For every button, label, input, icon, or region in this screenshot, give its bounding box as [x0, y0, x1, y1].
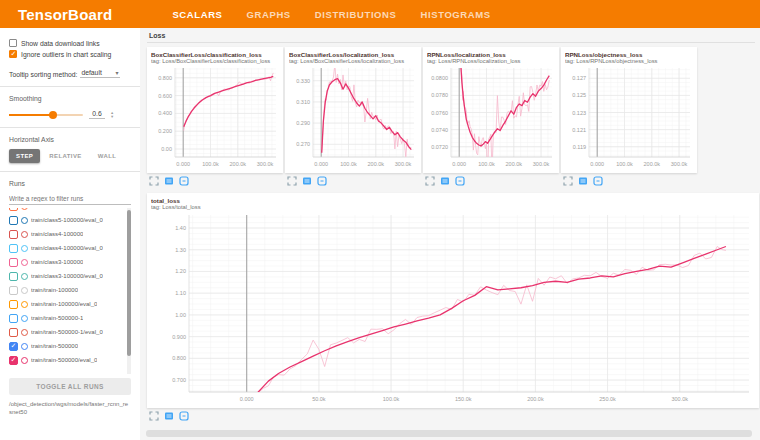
run-row: train/class4-100000 [9, 227, 125, 241]
pin-card-icon[interactable] [164, 176, 174, 186]
run-checkbox[interactable] [9, 328, 18, 337]
run-name: train/train-500000/eval_0 [31, 357, 97, 363]
chevron-down-icon: ▾ [115, 69, 118, 76]
run-name: train/class3-100000 [31, 259, 83, 265]
run-checkbox[interactable] [9, 258, 18, 267]
expand-card-icon[interactable] [287, 176, 297, 186]
run-checkbox-checked[interactable] [9, 342, 18, 351]
run-row: train/train-100000 [9, 283, 125, 297]
expand-card-icon[interactable] [149, 176, 159, 186]
runs-list: train/class5-100000train/class5-100000/e… [9, 208, 131, 374]
fit-domain-icon[interactable] [179, 411, 189, 421]
toggle-all-runs-button[interactable]: TOGGLE ALL RUNS [9, 378, 131, 395]
run-color-icon [21, 357, 28, 364]
smoothing-slider[interactable] [9, 114, 83, 116]
chart-card[interactable]: RPNLoss/objectness_losstag: Loss/RPNLoss… [561, 47, 697, 173]
run-row: train/class3-100000 [9, 255, 125, 269]
tooltip-sorting-row: Tooltip sorting method: default ▾ [9, 68, 131, 78]
horizontal-scrollbar[interactable] [146, 430, 752, 437]
chart-footer-icons [287, 176, 421, 186]
run-checkbox[interactable] [9, 230, 18, 239]
chart-title: BoxClassifierLoss/classification_loss [151, 51, 279, 58]
run-checkbox-checked[interactable] [9, 356, 18, 365]
stepper-down-icon[interactable]: ▾ [111, 115, 113, 119]
scalars-dashboard: Loss BoxClassifierLoss/classification_lo… [140, 28, 760, 440]
smoothing-stepper[interactable]: ▴▾ [111, 111, 113, 119]
run-checkbox[interactable] [9, 272, 18, 281]
runs-scrollbar-thumb[interactable] [127, 210, 131, 356]
divider [0, 171, 140, 172]
app-header: TensorBoard SCALARSGRAPHSDISTRIBUTIONSHI… [0, 0, 760, 28]
tooltip-sorting-select[interactable]: default ▾ [80, 68, 120, 78]
chart-card[interactable]: BoxClassifierLoss/localization_losstag: … [285, 47, 421, 173]
svg-text:0.0800: 0.0800 [431, 75, 448, 81]
svg-text:0.127: 0.127 [572, 75, 586, 81]
run-checkbox[interactable] [9, 300, 18, 309]
axis-button-step[interactable]: STEP [9, 149, 40, 163]
run-color-icon [21, 315, 28, 322]
svg-text:0.121: 0.121 [572, 127, 586, 133]
fit-domain-icon[interactable] [593, 176, 603, 186]
run-checkbox[interactable] [9, 208, 18, 211]
axis-button-relative[interactable]: RELATIVE [42, 149, 88, 163]
nav-tabs: SCALARSGRAPHSDISTRIBUTIONSHISTOGRAMS [172, 9, 490, 20]
svg-text:0.000: 0.000 [314, 161, 328, 167]
total-loss-plot: 1.401.301.201.101.000.9000.8000.7000.000… [151, 211, 753, 403]
section-header-loss[interactable]: Loss [147, 30, 755, 43]
run-color-icon [21, 329, 28, 336]
tab-distributions[interactable]: DISTRIBUTIONS [315, 9, 397, 20]
svg-text:0.200: 0.200 [158, 128, 172, 134]
pin-card-icon[interactable] [164, 411, 174, 421]
fit-domain-icon[interactable] [317, 176, 327, 186]
checked-checkbox[interactable] [9, 50, 17, 58]
fit-domain-icon[interactable] [455, 176, 465, 186]
chart-card[interactable]: RPNLoss/localization_losstag: Loss/RPNLo… [423, 47, 559, 173]
svg-text:1.10: 1.10 [175, 290, 186, 296]
small-charts-row: BoxClassifierLoss/classification_losstag… [147, 47, 760, 186]
svg-text:200.0k: 200.0k [644, 161, 661, 167]
axis-button-wall[interactable]: WALL [91, 149, 124, 163]
pin-card-icon[interactable] [302, 176, 312, 186]
tab-graphs[interactable]: GRAPHS [247, 9, 291, 20]
rpn-objectness-loss-plot: 0.1270.1250.1230.1210.1190.000100.0k200.… [565, 65, 693, 168]
chart-footer-icons [149, 411, 759, 421]
run-checkbox[interactable] [9, 216, 18, 225]
svg-text:300.0k: 300.0k [671, 161, 688, 167]
chart-card[interactable]: BoxClassifierLoss/classification_losstag… [147, 47, 283, 173]
svg-text:200.0k: 200.0k [506, 161, 523, 167]
page-body: Show data download linksIgnore outliers … [0, 28, 760, 440]
tab-histograms[interactable]: HISTOGRAMS [421, 9, 491, 20]
svg-text:0.0740: 0.0740 [431, 127, 448, 133]
fit-domain-icon[interactable] [179, 176, 189, 186]
unchecked-checkbox[interactable] [9, 39, 17, 47]
tab-scalars[interactable]: SCALARS [172, 9, 222, 20]
pin-card-icon[interactable] [578, 176, 588, 186]
horizontal-axis-buttons: STEPRELATIVEWALL [9, 149, 131, 163]
run-checkbox[interactable] [9, 286, 18, 295]
chart-box-classifier-classification-loss: BoxClassifierLoss/classification_losstag… [147, 47, 283, 186]
expand-card-icon[interactable] [425, 176, 435, 186]
chart-card[interactable]: total_losstag: Loss/total_loss1.401.301.… [147, 193, 759, 408]
box-classifier-localization-loss-plot: 0.3300.3100.2900.2700.000100.0k200.0k300… [289, 65, 417, 168]
svg-text:0.800: 0.800 [158, 75, 172, 81]
svg-text:300.0k: 300.0k [257, 161, 274, 167]
expand-card-icon[interactable] [149, 411, 159, 421]
run-checkbox[interactable] [9, 314, 18, 323]
svg-text:0.900: 0.900 [172, 334, 186, 340]
svg-text:0.310: 0.310 [296, 99, 310, 105]
run-color-icon [21, 273, 28, 280]
svg-text:0.0760: 0.0760 [431, 110, 448, 116]
svg-text:0.400: 0.400 [158, 110, 172, 116]
run-row: train/class5-100000/eval_0 [9, 213, 125, 227]
svg-text:1.40: 1.40 [175, 225, 186, 231]
run-checkbox[interactable] [9, 244, 18, 253]
svg-text:0.290: 0.290 [296, 120, 310, 126]
smoothing-slider-thumb[interactable] [49, 111, 57, 119]
expand-card-icon[interactable] [563, 176, 573, 186]
runs-filter-input[interactable] [9, 193, 131, 205]
run-color-icon [21, 231, 28, 238]
runs-scrollbar[interactable] [127, 208, 131, 374]
pin-card-icon[interactable] [440, 176, 450, 186]
svg-text:1.00: 1.00 [175, 312, 186, 318]
smoothing-value[interactable]: 0.6 [89, 110, 105, 119]
